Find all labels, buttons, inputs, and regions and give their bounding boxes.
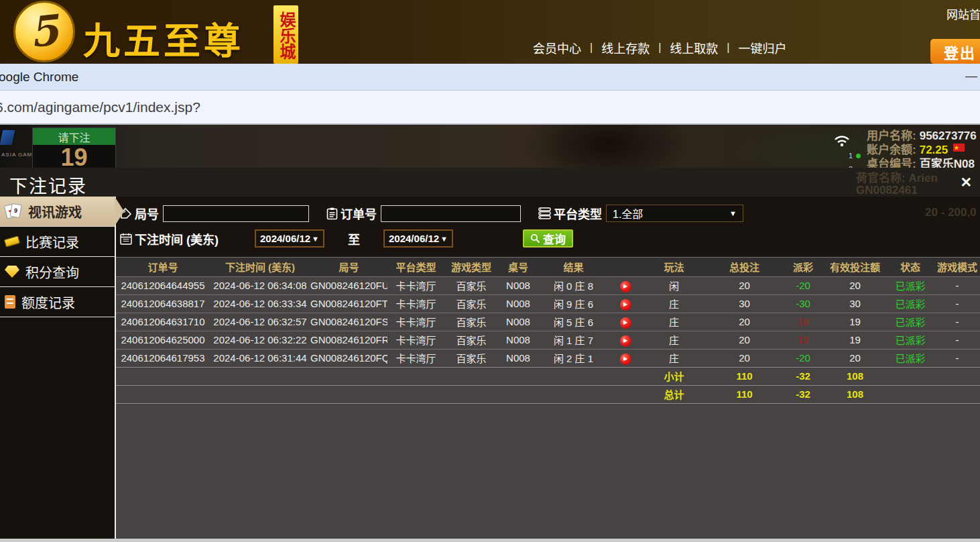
date-from-select[interactable]: 2024/06/12 ▼	[255, 229, 324, 248]
logo-glyph: 5	[27, 9, 60, 54]
cell-result: 闲 1 庄 7	[538, 331, 609, 349]
site-logo-icon: 5	[13, 1, 75, 62]
sidebar-item-label: 额度记录	[21, 292, 75, 312]
search-button[interactable]: 查询	[523, 229, 573, 248]
minimize-icon[interactable]: —	[965, 69, 977, 83]
cards-icon: ♥9	[5, 203, 22, 220]
nav-separator: |	[658, 42, 661, 54]
cell-time: 2024-06-12 06:33:34	[210, 294, 310, 313]
close-icon[interactable]: ✕	[960, 174, 972, 191]
modal-header: 下注记录 ✕ 荷官名称: Arien GN0082461	[0, 168, 980, 197]
cell-mode: -	[934, 331, 980, 349]
cell-game: 百家乐	[444, 331, 498, 349]
username-label: 用户名称:	[867, 129, 916, 143]
cell-platform: 卡卡湾厅	[387, 276, 444, 294]
replay-play-icon[interactable]: ▶	[620, 299, 631, 311]
browser-urlbar[interactable]: 6.com/agingame/pcv1/index.jsp?	[0, 91, 980, 125]
replay-play-icon[interactable]: ▶	[620, 354, 631, 365]
cell-play: 庄	[642, 349, 706, 367]
nav-separator: |	[727, 42, 729, 54]
table-row-info: 桌台编号: 百家乐N08	[867, 157, 980, 168]
replay-play-icon[interactable]: ▶	[620, 317, 631, 329]
chevron-down-icon: ▼	[312, 235, 319, 243]
cell-mode: -	[934, 294, 980, 313]
table-header-row: 订单号 下注时间 (美东) 局号 平台类型 游戏类型 桌号 结果 玩法 总投注	[116, 258, 980, 276]
cell-play: 庄	[642, 294, 706, 313]
sidebar-item-quota-records[interactable]: 额度记录	[0, 287, 115, 317]
cell-table: N008	[498, 276, 538, 294]
col-game: 游戏类型	[444, 258, 498, 276]
sidebar-item-points-query[interactable]: 积分查询	[0, 257, 115, 287]
replay-play-icon[interactable]: ▶	[620, 335, 631, 347]
logout-button[interactable]: 登出	[930, 39, 980, 64]
balance-row: 账户余额: 72.25	[867, 143, 980, 157]
modal-title: 下注记录	[9, 172, 87, 198]
cell-total: 20	[706, 276, 783, 294]
date-to-value: 2024/06/12	[389, 233, 439, 244]
date-to-select[interactable]: 2024/06/12 ▼	[383, 229, 453, 248]
cell-game: 百家乐	[444, 276, 498, 294]
cell-time: 2024-06-12 06:32:57	[210, 313, 310, 331]
cell-valid: 30	[823, 294, 887, 313]
cell-table: N008	[498, 313, 538, 331]
nav-deposit[interactable]: 线上存款	[601, 39, 650, 56]
cell-result: 闲 0 庄 8	[538, 276, 609, 294]
cell-order: 240612064631710	[116, 313, 210, 331]
site-name: 九五至尊	[83, 11, 244, 64]
table-filler-row	[116, 403, 980, 404]
filter-row-1: 局号 订单号 平台类型 1.全部 ▼	[120, 205, 980, 222]
player-info: 用户名称: 956273776 账户余额: 72.25 桌台编号: 百家乐N08	[867, 129, 980, 168]
cell-time: 2024-06-12 06:32:22	[210, 331, 310, 349]
modal-body: ♥9 视讯游戏 比赛记录 积分查询 额度记录 20 - 200,0	[0, 197, 980, 542]
cell-replay: ▶	[609, 276, 642, 294]
sidebar-item-label: 比赛记录	[25, 232, 79, 252]
chevron-down-icon: ▼	[440, 235, 448, 243]
platform-selected-value: 1.全部	[613, 205, 643, 221]
bet-prompt: 请下注	[33, 128, 115, 145]
game-background: ASIA GAMING 请下注 19 1 2 用户名称: 956273776 账…	[0, 125, 980, 168]
to-label: 至	[348, 230, 360, 248]
cell-round: GN008246120FS	[310, 313, 387, 331]
sidebar-item-match-records[interactable]: 比赛记录	[0, 227, 115, 257]
bet-records-modal: 下注记录 ✕ 荷官名称: Arien GN0082461 ♥9 视讯游戏 比赛记…	[0, 168, 980, 542]
cell-replay: ▶	[609, 331, 642, 349]
nav-one-key-transfer[interactable]: 一键归户	[738, 39, 786, 56]
sidebar-item-video-games[interactable]: ♥9 视讯游戏	[0, 197, 115, 227]
platform-select[interactable]: 1.全部 ▼	[606, 205, 743, 222]
cell-time: 2024-06-12 06:31:44	[210, 349, 310, 367]
order-input[interactable]	[381, 205, 521, 222]
table-row: 240612064631710 2024-06-12 06:32:57 GN00…	[116, 313, 980, 331]
replay-play-icon[interactable]: ▶	[620, 281, 631, 292]
bet-timer: 请下注 19	[32, 127, 116, 168]
sidebar-item-label: 视讯游戏	[28, 202, 82, 221]
filter-row-2: 下注时间 (美东) 2024/06/12 ▼ 至 2024/06/12 ▼	[120, 229, 980, 248]
cell-round: GN008246120FT	[310, 294, 387, 313]
countdown-value: 19	[33, 145, 115, 168]
cell-payout: -20	[783, 349, 823, 367]
nav-member-center[interactable]: 会员中心	[533, 39, 581, 56]
round-input[interactable]	[163, 205, 309, 222]
list-icon	[538, 207, 551, 219]
cell-payout: -30	[783, 294, 823, 313]
bet-time-label: 下注时间 (美东)	[135, 230, 219, 248]
china-flag-icon	[953, 144, 965, 152]
username-row: 用户名称: 956273776	[867, 129, 980, 143]
cell-total: 30	[706, 294, 783, 313]
cell-total: 20	[706, 349, 783, 367]
records-table-zone: 订单号 下注时间 (美东) 局号 平台类型 游戏类型 桌号 结果 玩法 总投注	[116, 257, 980, 542]
cell-mode: -	[934, 313, 980, 331]
sidebar-item-label: 积分查询	[25, 262, 79, 282]
home-link[interactable]: 网站首页	[946, 5, 980, 22]
cell-payout: 19	[783, 313, 823, 331]
cell-valid: 20	[823, 276, 887, 294]
table-row: 240612064617953 2024-06-12 06:31:44 GN00…	[116, 349, 980, 367]
cell-play: 庄	[642, 331, 706, 349]
round-label: 局号	[135, 205, 159, 222]
cell-game: 百家乐	[444, 349, 498, 367]
table-row: 240612064644955 2024-06-12 06:34:08 GN00…	[116, 276, 980, 294]
col-payout: 派彩	[783, 258, 823, 276]
wifi-icon	[833, 134, 851, 148]
nav-withdraw[interactable]: 线上取款	[670, 39, 718, 56]
ghost-dealer-text: 荷官名称: Arien	[856, 168, 938, 185]
cell-platform: 卡卡湾厅	[387, 313, 444, 331]
